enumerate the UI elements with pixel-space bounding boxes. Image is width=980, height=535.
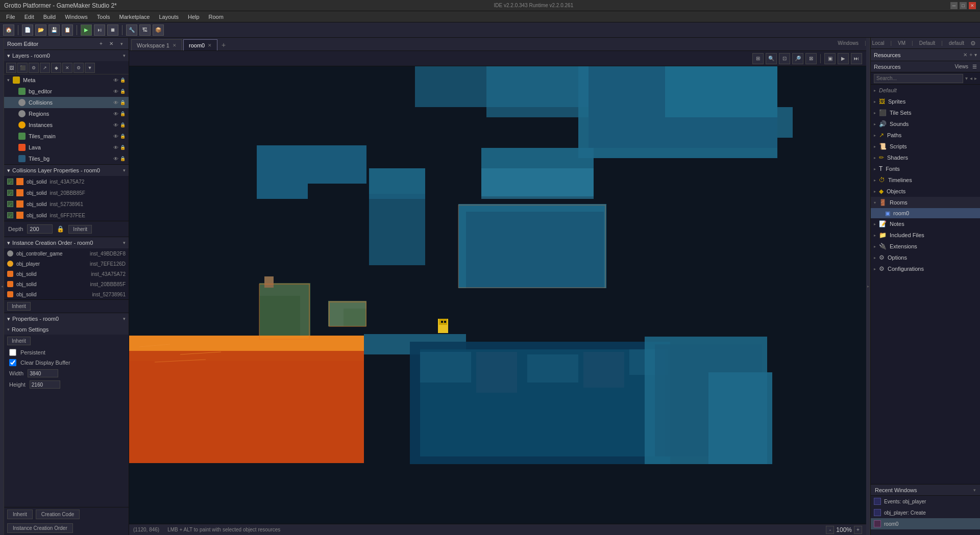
save-as-button[interactable]: 📋 xyxy=(62,24,73,36)
skip-button[interactable]: ⏭ xyxy=(851,53,862,64)
bottom-inherit-btn[interactable]: Inherit xyxy=(7,509,33,519)
notes-group[interactable]: ▸ 📝 Notes xyxy=(871,218,980,230)
build-button[interactable]: 🏗 xyxy=(139,24,151,36)
regions-eye[interactable]: 👁 xyxy=(113,111,118,117)
menu-marketplace[interactable]: Marketplace xyxy=(115,13,154,21)
paths-group[interactable]: ▸ ↗ Paths xyxy=(871,130,980,141)
tiles-bg-eye[interactable]: 👁 xyxy=(113,156,118,162)
menu-tools[interactable]: Tools xyxy=(93,13,114,21)
close-room-editor-button[interactable]: ✕ xyxy=(107,40,115,48)
clean-button[interactable]: 🔧 xyxy=(126,24,137,36)
menu-build[interactable]: Build xyxy=(39,13,60,21)
room-canvas[interactable] xyxy=(129,66,866,524)
search-input[interactable] xyxy=(874,74,963,83)
room-square-button[interactable]: ▣ xyxy=(824,53,836,64)
clear-display-checkbox[interactable] xyxy=(9,359,16,366)
add-background-layer[interactable]: 🖼 xyxy=(6,63,16,73)
views-menu-icon[interactable]: ☰ xyxy=(972,64,977,69)
collision-item-1[interactable]: ✓ obj_solid inst_43A75A72 xyxy=(4,176,129,187)
add-tab-button[interactable]: + xyxy=(218,39,229,50)
local-nav-item[interactable]: Local xyxy=(872,40,885,46)
layers-chevron[interactable]: ▾ xyxy=(123,53,126,58)
default-nav-item[interactable]: Default xyxy=(919,40,936,46)
add-path-layer[interactable]: ↗ xyxy=(40,63,50,73)
layer-item-collisions[interactable]: Collisions 👁 🔒 xyxy=(4,97,129,108)
ci-check-3[interactable]: ✓ xyxy=(7,201,13,207)
depth-lock-icon[interactable]: 🔒 xyxy=(57,225,64,233)
collisions-lock[interactable]: 🔒 xyxy=(120,100,126,105)
add-tile-layer[interactable]: ⬛ xyxy=(17,63,28,73)
collisions-eye[interactable]: 👁 xyxy=(113,100,118,106)
ico-item-3[interactable]: obj_solid inst_43A75A72 xyxy=(4,269,129,279)
props-chevron[interactable]: ▾ xyxy=(123,316,126,321)
zoom-out-status-button[interactable]: - xyxy=(826,526,834,534)
close-button[interactable]: ✕ xyxy=(969,2,976,9)
depth-inherit-button[interactable]: Inherit xyxy=(68,225,92,234)
rw-item-room0[interactable]: room0 xyxy=(871,518,980,529)
ico-chevron[interactable]: ▾ xyxy=(123,240,126,245)
default2-nav-item[interactable]: default xyxy=(949,40,964,46)
tab-workspace1-close[interactable]: ✕ xyxy=(173,43,177,48)
new-button[interactable]: 📄 xyxy=(22,24,33,36)
left-collapse-handle[interactable]: ◂ xyxy=(0,38,4,535)
sprites-group[interactable]: ▸ 🖼 Sprites xyxy=(871,96,980,107)
rw-item-events-obj-player[interactable]: Events: obj_player xyxy=(871,496,980,507)
default-group-header[interactable]: ▸ Default xyxy=(871,85,980,96)
tiles-main-lock[interactable]: 🔒 xyxy=(120,134,126,139)
tab-room0[interactable]: room0 ✕ xyxy=(183,39,217,50)
room-inherit-button[interactable]: Inherit xyxy=(7,337,31,345)
resources-close-icon[interactable]: ✕ xyxy=(963,52,967,58)
package-button[interactable]: 📦 xyxy=(153,24,164,36)
menu-windows[interactable]: Windows xyxy=(61,13,92,21)
tiles-bg-lock[interactable]: 🔒 xyxy=(120,156,126,161)
meta-lock-icon[interactable]: 🔒 xyxy=(120,78,126,83)
fonts-group[interactable]: ▸ T Fonts xyxy=(871,163,980,174)
layer-item-meta[interactable]: ▾ Meta 👁 🔒 xyxy=(4,74,129,86)
ico-item-4[interactable]: obj_solid inst_20BBB85F xyxy=(4,279,129,289)
objects-group[interactable]: ▸ ◆ Objects xyxy=(871,186,980,197)
ci-check-4[interactable]: ✓ xyxy=(7,212,13,218)
layer-properties[interactable]: ⚙ xyxy=(74,63,84,73)
search-prev-icon[interactable]: ◂ xyxy=(970,75,972,81)
search-dropdown-icon[interactable]: ▾ xyxy=(965,75,968,81)
vm-nav-item[interactable]: VM xyxy=(898,40,905,46)
scripts-group[interactable]: ▸ 📜 Scripts xyxy=(871,141,980,152)
rw-item-obj-player-create[interactable]: obj_player: Create xyxy=(871,507,980,518)
layers-header[interactable]: ▾ Layers - room0 ▾ xyxy=(4,50,129,61)
bg-editor-lock[interactable]: 🔒 xyxy=(120,89,126,94)
included-files-group[interactable]: ▸ 📁 Included Files xyxy=(871,230,980,241)
lava-eye[interactable]: 👁 xyxy=(113,145,118,150)
timelines-group[interactable]: ▸ ⏱ Timelines xyxy=(871,174,980,186)
delete-layer[interactable]: ✕ xyxy=(62,63,72,73)
menu-room[interactable]: Room xyxy=(205,13,228,21)
tab-room0-close[interactable]: ✕ xyxy=(208,43,212,48)
search-next-icon[interactable]: ▸ xyxy=(974,75,977,81)
sounds-group[interactable]: ▸ 🔊 Sounds xyxy=(871,118,980,130)
stop-button[interactable]: ⏹ xyxy=(107,24,118,36)
zoom-reset-button[interactable]: ⊡ xyxy=(779,53,790,64)
tilesets-group[interactable]: ▸ ⬛ Tile Sets xyxy=(871,107,980,118)
layer-merge-down[interactable]: ▼ xyxy=(85,63,95,73)
play-room-button[interactable]: ▶ xyxy=(838,53,849,64)
layer-item-tiles-bg[interactable]: Tiles_bg 👁 🔒 xyxy=(4,153,129,164)
home-button[interactable]: 🏠 xyxy=(3,24,14,36)
add-instance-layer[interactable]: ◆ xyxy=(51,63,61,73)
shaders-group[interactable]: ▸ ✏ Shaders xyxy=(871,152,980,163)
resources-add-icon[interactable]: + xyxy=(969,52,972,58)
menu-help[interactable]: Help xyxy=(184,13,204,21)
instances-lock[interactable]: 🔒 xyxy=(120,122,126,128)
lava-lock[interactable]: 🔒 xyxy=(120,145,126,150)
zoom-in-status-button[interactable]: + xyxy=(854,526,862,534)
height-input[interactable] xyxy=(30,380,60,389)
res-item-room0[interactable]: ▣ room0 xyxy=(871,208,980,218)
add-layer-button[interactable]: + xyxy=(97,40,105,48)
instance-creation-order-button[interactable]: Instance Creation Order xyxy=(7,523,73,533)
views-label[interactable]: Views xyxy=(955,64,969,69)
maximize-button[interactable]: □ xyxy=(960,2,967,9)
width-input[interactable] xyxy=(28,369,58,377)
layer-item-bg-editor[interactable]: bg_editor 👁 🔒 xyxy=(4,86,129,97)
collisions-props-chevron[interactable]: ▾ xyxy=(123,168,126,173)
rooms-group[interactable]: ▾ 🚪 Rooms xyxy=(871,197,980,208)
layer-item-regions[interactable]: Regions 👁 🔒 xyxy=(4,108,129,119)
fit-room-button[interactable]: ⊠ xyxy=(805,53,817,64)
